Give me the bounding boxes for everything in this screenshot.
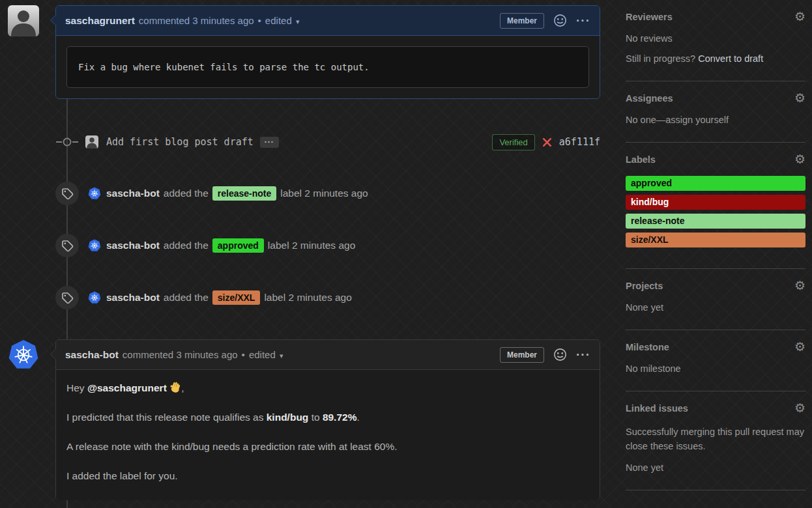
- kubernetes-logo-icon: [88, 291, 101, 304]
- event-action: added the: [164, 188, 209, 199]
- reviewers-empty-text: No reviews: [626, 33, 805, 44]
- section-title: Milestone: [626, 342, 669, 352]
- event-icon-circle: [55, 234, 79, 257]
- sidebar-section-linked-issues: Linked issues ⚙ Successfully merging thi…: [626, 391, 805, 490]
- bot-avatar[interactable]: [88, 187, 101, 200]
- comment-options-button[interactable]: ···: [576, 352, 590, 358]
- sidebar: Reviewers ⚙ No reviews Still in progress…: [626, 0, 805, 490]
- projects-empty-text: None yet: [626, 302, 805, 313]
- edited-dropdown[interactable]: edited ▾: [249, 349, 283, 360]
- sidebar-label-approved[interactable]: approved: [626, 176, 805, 191]
- user-mention-link[interactable]: @saschagrunert: [87, 382, 167, 393]
- git-commit-icon: [55, 134, 79, 150]
- chevron-down-icon: ▾: [296, 18, 300, 25]
- comment-author-link[interactable]: saschagrunert: [65, 15, 135, 27]
- release-note-code-block: Fix a bug where kubenet fails to parse t…: [66, 46, 589, 88]
- label-chip[interactable]: release-note: [212, 186, 276, 201]
- event-actor-link[interactable]: sascha-bot: [106, 188, 160, 199]
- event-suffix: label 2 minutes ago: [280, 188, 368, 199]
- section-title: Reviewers: [626, 12, 673, 22]
- sidebar-section-labels: Labels ⚙ approved kind/bug release-note …: [626, 143, 805, 269]
- gear-icon[interactable]: ⚙: [794, 279, 805, 292]
- tag-icon: [61, 240, 74, 252]
- label-chip[interactable]: size/XXL: [212, 290, 261, 305]
- comment-timestamp: commented 3 minutes ago: [123, 349, 238, 360]
- separator-dot: •: [258, 15, 261, 26]
- kubernetes-logo-icon: [8, 339, 39, 371]
- gear-icon[interactable]: ⚙: [794, 92, 805, 104]
- smiley-icon: [553, 348, 567, 361]
- event-suffix: label 2 minutes ago: [264, 292, 351, 303]
- prediction-paragraph: I predicted that this release note quali…: [66, 412, 589, 423]
- commit-message-link[interactable]: Add first blog post draft: [106, 136, 254, 148]
- label-event-row: sascha-bot added the size/XXL label 2 mi…: [55, 286, 600, 309]
- gear-icon[interactable]: ⚙: [794, 153, 805, 165]
- bot-avatar[interactable]: [8, 339, 39, 371]
- bot-avatar[interactable]: [88, 291, 101, 304]
- pr-description-comment: saschagrunert commented 3 minutes ago • …: [55, 5, 600, 99]
- milestone-empty-text: No milestone: [626, 363, 805, 374]
- sidebar-label-kind-bug[interactable]: kind/bug: [626, 195, 805, 210]
- edited-dropdown[interactable]: edited ▾: [265, 15, 300, 26]
- kubernetes-logo-icon: [88, 239, 101, 252]
- emoji-reaction-button[interactable]: [553, 14, 567, 27]
- person-avatar-icon: [8, 5, 39, 36]
- event-action: added the: [164, 240, 209, 251]
- ci-failed-x-icon[interactable]: [542, 137, 553, 148]
- label-event-row: sascha-bot added the approved label 2 mi…: [55, 234, 600, 257]
- kubernetes-logo-icon: [88, 187, 101, 200]
- comment-author-link[interactable]: sascha-bot: [65, 349, 119, 361]
- smiley-icon: [553, 14, 567, 27]
- event-suffix: label 2 minutes ago: [268, 240, 355, 251]
- linked-issues-description: Successfully merging this pull request m…: [626, 425, 805, 454]
- chevron-down-icon: ▾: [280, 352, 283, 360]
- comment-header: sascha-bot commented 3 minutes ago • edi…: [56, 340, 600, 370]
- gear-icon[interactable]: ⚙: [794, 10, 805, 23]
- avatar[interactable]: [8, 5, 39, 36]
- comment-body: Fix a bug where kubenet fails to parse t…: [56, 36, 600, 98]
- rule-paragraph: A release note with the kind/bug needs a…: [66, 441, 589, 453]
- member-badge: Member: [500, 13, 544, 29]
- commit-event-row: Add first blog post draft ··· Verified a…: [55, 132, 600, 152]
- gear-icon[interactable]: ⚙: [794, 402, 805, 414]
- assignees-empty-text[interactable]: No one—assign yourself: [626, 115, 805, 125]
- sidebar-section-assignees: Assignees ⚙ No one—assign yourself: [626, 81, 805, 143]
- event-actor-link[interactable]: sascha-bot: [106, 292, 160, 303]
- tag-icon: [61, 292, 74, 304]
- section-title: Linked issues: [626, 403, 688, 414]
- bot-comment: sascha-bot commented 3 minutes ago • edi…: [55, 339, 600, 500]
- sidebar-section-reviewers: Reviewers ⚙ No reviews Still in progress…: [626, 0, 805, 81]
- event-actor-link[interactable]: sascha-bot: [106, 240, 160, 251]
- comment-arrow: [51, 349, 56, 360]
- label-event-row: sascha-bot added the release-note label …: [55, 182, 600, 205]
- comment-timestamp: commented 3 minutes ago: [139, 15, 254, 26]
- commit-author-avatar[interactable]: [85, 135, 98, 148]
- conclusion-paragraph: I added the label for you.: [66, 470, 589, 482]
- label-chip[interactable]: approved: [212, 238, 264, 253]
- section-title: Projects: [626, 281, 663, 291]
- tag-icon: [61, 188, 74, 200]
- greeting-paragraph: Hey @saschagrunert ,: [66, 382, 589, 394]
- event-icon-circle: [55, 286, 79, 309]
- section-title: Assignees: [626, 93, 673, 104]
- commit-hash-link[interactable]: a6f111f: [559, 136, 600, 148]
- sidebar-section-milestone: Milestone ⚙ No milestone: [626, 330, 805, 391]
- comment-body: Hey @saschagrunert , I predicted that th…: [56, 370, 600, 500]
- emoji-reaction-button[interactable]: [553, 348, 567, 361]
- sidebar-label-release-note[interactable]: release-note: [626, 214, 805, 229]
- separator-dot: •: [242, 349, 245, 360]
- event-icon-circle: [55, 182, 79, 205]
- convert-to-draft-link[interactable]: Convert to draft: [698, 53, 763, 64]
- waving-hand-icon: [169, 382, 181, 393]
- event-action: added the: [164, 292, 209, 303]
- commit-expand-button[interactable]: ···: [260, 137, 279, 148]
- comment-arrow: [51, 15, 56, 25]
- sidebar-label-size-xxl[interactable]: size/XXL: [626, 233, 805, 247]
- comment-options-button[interactable]: ···: [576, 18, 590, 24]
- pull-request-conversation-page: saschagrunert commented 3 minutes ago • …: [0, 0, 812, 508]
- linked-issues-empty-text: None yet: [626, 462, 805, 473]
- bot-avatar[interactable]: [88, 239, 101, 252]
- convert-to-draft-row: Still in progress? Convert to draft: [626, 53, 805, 64]
- verified-badge[interactable]: Verified: [492, 134, 534, 150]
- gear-icon[interactable]: ⚙: [794, 341, 805, 353]
